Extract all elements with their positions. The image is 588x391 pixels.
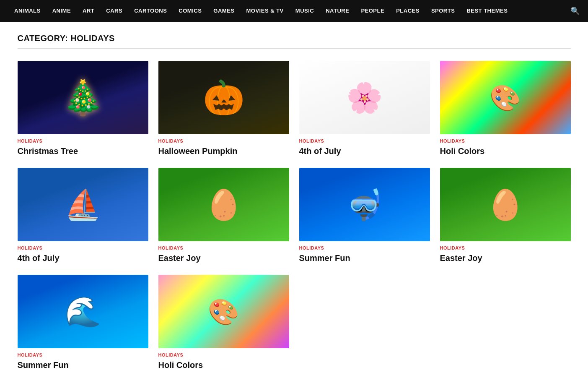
cards-grid: HOLIDAYSChristmas TreeHOLIDAYSHalloween … — [18, 61, 571, 370]
card-image-3 — [440, 61, 571, 134]
card-title-0: Christmas Tree — [18, 146, 148, 156]
card-7[interactable]: HOLIDAYSEaster Joy — [440, 168, 571, 263]
card-image-7 — [440, 168, 571, 241]
nav-item-games[interactable]: GAMES — [207, 0, 240, 22]
nav-item-art[interactable]: ART — [77, 0, 100, 22]
card-category-1: HOLIDAYS — [158, 138, 289, 143]
card-1[interactable]: HOLIDAYSHalloween Pumpkin — [158, 61, 289, 156]
card-category-5: HOLIDAYS — [158, 245, 289, 250]
card-category-3: HOLIDAYS — [440, 138, 571, 143]
nav-item-movies---tv[interactable]: MOVIES & TV — [241, 0, 290, 22]
main-nav: ANIMALSANIMEARTCARSCARTOONSCOMICSGAMESMO… — [0, 0, 588, 22]
card-category-0: HOLIDAYS — [18, 138, 148, 143]
card-image-8 — [18, 275, 148, 348]
card-6[interactable]: HOLIDAYSSummer Fun — [299, 168, 430, 263]
card-title-4: 4th of July — [18, 253, 148, 263]
card-image-1 — [158, 61, 289, 134]
card-2[interactable]: HOLIDAYS4th of July — [299, 61, 430, 156]
card-image-6 — [299, 168, 430, 241]
search-icon[interactable]: 🔍 — [570, 6, 580, 16]
card-image-9 — [158, 275, 289, 348]
card-title-6: Summer Fun — [299, 253, 430, 263]
card-title-9: Holi Colors — [158, 360, 289, 370]
category-heading: CATEGORY: HOLIDAYS — [18, 22, 571, 49]
nav-item-anime[interactable]: ANIME — [47, 0, 77, 22]
card-4[interactable]: HOLIDAYS4th of July — [18, 168, 148, 263]
nav-item-animals[interactable]: ANIMALS — [8, 0, 47, 22]
card-title-7: Easter Joy — [440, 253, 571, 263]
nav-links: ANIMALSANIMEARTCARSCARTOONSCOMICSGAMESMO… — [8, 0, 513, 22]
card-category-8: HOLIDAYS — [18, 352, 148, 357]
nav-item-people[interactable]: PEOPLE — [355, 0, 390, 22]
nav-item-nature[interactable]: NATURE — [320, 0, 355, 22]
card-image-5 — [158, 168, 289, 241]
card-title-1: Halloween Pumpkin — [158, 146, 289, 156]
card-9[interactable]: HOLIDAYSHoli Colors — [158, 275, 289, 370]
card-0[interactable]: HOLIDAYSChristmas Tree — [18, 61, 148, 156]
nav-item-comics[interactable]: COMICS — [173, 0, 207, 22]
page-container: CATEGORY: HOLIDAYS HOLIDAYSChristmas Tre… — [9, 22, 579, 370]
card-category-4: HOLIDAYS — [18, 245, 148, 250]
nav-item-sports[interactable]: SPORTS — [425, 0, 461, 22]
card-image-2 — [299, 61, 430, 134]
nav-item-best-themes[interactable]: BEST THEMES — [461, 0, 513, 22]
card-title-5: Easter Joy — [158, 253, 289, 263]
card-category-9: HOLIDAYS — [158, 352, 289, 357]
nav-item-places[interactable]: PLACES — [390, 0, 425, 22]
card-title-8: Summer Fun — [18, 360, 148, 370]
card-category-2: HOLIDAYS — [299, 138, 430, 143]
card-title-3: Holi Colors — [440, 146, 571, 156]
card-category-6: HOLIDAYS — [299, 245, 430, 250]
card-category-7: HOLIDAYS — [440, 245, 571, 250]
card-title-2: 4th of July — [299, 146, 430, 156]
card-3[interactable]: HOLIDAYSHoli Colors — [440, 61, 571, 156]
card-image-4 — [18, 168, 148, 241]
card-8[interactable]: HOLIDAYSSummer Fun — [18, 275, 148, 370]
nav-item-cars[interactable]: CARS — [100, 0, 128, 22]
card-5[interactable]: HOLIDAYSEaster Joy — [158, 168, 289, 263]
nav-item-music[interactable]: MUSIC — [290, 0, 320, 22]
nav-item-cartoons[interactable]: CARTOONS — [128, 0, 173, 22]
card-image-0 — [18, 61, 148, 134]
